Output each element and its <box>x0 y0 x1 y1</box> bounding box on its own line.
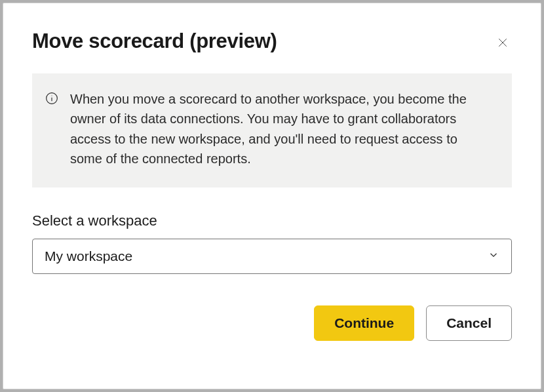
workspace-selected-value: My workspace <box>45 248 132 264</box>
info-icon <box>45 92 58 108</box>
move-scorecard-dialog: Move scorecard (preview) When you move a… <box>3 3 541 389</box>
info-text: When you move a scorecard to another wor… <box>70 89 490 169</box>
chevron-down-icon <box>488 248 499 264</box>
cancel-button[interactable]: Cancel <box>426 305 512 341</box>
svg-point-4 <box>52 96 52 96</box>
workspace-label: Select a workspace <box>32 212 512 229</box>
dialog-header: Move scorecard (preview) <box>32 29 512 54</box>
dialog-actions: Continue Cancel <box>32 305 512 341</box>
info-banner: When you move a scorecard to another wor… <box>32 73 512 187</box>
close-icon <box>496 36 509 51</box>
continue-button[interactable]: Continue <box>314 305 414 341</box>
dialog-title: Move scorecard (preview) <box>32 29 277 53</box>
close-button[interactable] <box>494 33 512 54</box>
workspace-dropdown[interactable]: My workspace <box>32 239 512 274</box>
